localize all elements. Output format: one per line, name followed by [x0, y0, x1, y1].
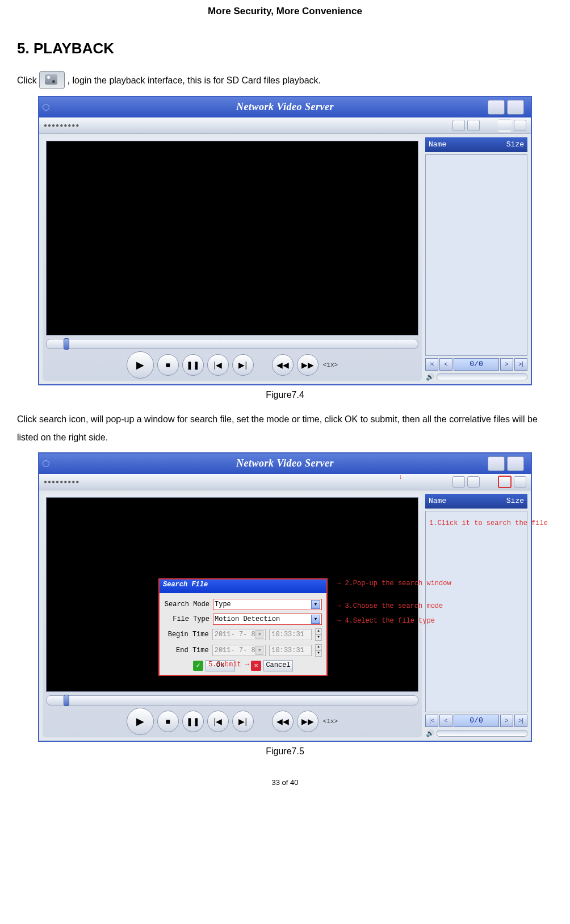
- stop-button-2[interactable]: ■: [157, 711, 179, 732]
- file-list[interactable]: [425, 154, 527, 356]
- pager-count: 0/0: [454, 358, 499, 371]
- player-titlebar-2: Network Video Server: [39, 453, 531, 474]
- label-search-mode: Search Mode: [164, 600, 209, 608]
- label-end-time: End Time: [164, 646, 209, 654]
- file-list-header-2: Name Size: [425, 494, 527, 509]
- file-type-select[interactable]: Motion Detection ▼: [213, 614, 322, 625]
- toolbar-btn-c2[interactable]: [514, 476, 526, 488]
- pager-next[interactable]: >: [500, 358, 513, 371]
- player-title-2: Network Video Server: [236, 457, 334, 469]
- prev-button-2[interactable]: |◀: [207, 711, 229, 732]
- col-size: Size: [506, 140, 524, 149]
- check-icon: ✓: [193, 661, 203, 671]
- title-icon-1[interactable]: [488, 100, 505, 115]
- begin-time-spinner[interactable]: ▲▼: [315, 628, 322, 641]
- pause-button[interactable]: ❚❚: [182, 354, 204, 376]
- toolbar-btn-b[interactable]: [467, 120, 480, 131]
- toolbar-btn-b2[interactable]: [467, 476, 480, 488]
- chevron-down-icon-4: ▼: [255, 646, 263, 655]
- playback-controls: ▶ ■ ❚❚ |◀ ▶| ◀◀ ▶▶ <1x>: [46, 352, 418, 377]
- rewind-button[interactable]: ◀◀: [272, 354, 294, 376]
- annotation-1: 1.Click it to search the file: [429, 519, 548, 527]
- drag-handle-icon-2: ●●●●●●●●●: [44, 478, 79, 485]
- paragraph-2: Click search icon, will pop-up a window …: [17, 410, 553, 447]
- end-time-spinner[interactable]: ▲▼: [315, 644, 322, 657]
- pager-next-2[interactable]: >: [500, 715, 513, 727]
- col-size-2: Size: [506, 497, 524, 505]
- section-title: 5. PLAYBACK: [17, 40, 570, 57]
- next-button[interactable]: ▶|: [232, 354, 254, 376]
- cancel-label: Cancel: [263, 660, 293, 671]
- begin-date-input[interactable]: 2011- 7- 8 ▼: [212, 629, 266, 640]
- file-list-2[interactable]: 1.Click it to search the file: [425, 511, 527, 712]
- toolbar-btn-c[interactable]: [514, 120, 526, 131]
- file-list-header: Name Size: [425, 137, 527, 152]
- toolbar-btn-a[interactable]: [452, 120, 465, 131]
- scrub-bar[interactable]: [46, 339, 418, 349]
- begin-time-input[interactable]: 10:33:31: [269, 629, 312, 640]
- file-type-value: Motion Detection: [215, 615, 280, 623]
- col-name: Name: [429, 140, 506, 149]
- volume-icon[interactable]: 🔊: [425, 373, 434, 381]
- pager-prev-2[interactable]: <: [439, 715, 452, 727]
- figure-caption-2: Figure7.5: [0, 746, 570, 757]
- prev-button[interactable]: |◀: [207, 354, 229, 376]
- search-button-hl[interactable]: [498, 476, 512, 488]
- volume-row: 🔊: [425, 373, 527, 381]
- title-icon-2b[interactable]: [507, 456, 524, 471]
- paragraph-1a: Click: [17, 75, 37, 85]
- label-file-type: File Type: [164, 615, 209, 623]
- player-titlebar: Network Video Server: [39, 97, 531, 117]
- annotation-4: → 4.Select the file type: [337, 617, 435, 625]
- volume-row-2: 🔊: [425, 729, 527, 737]
- rewind-button-2[interactable]: ◀◀: [272, 711, 294, 732]
- paragraph-1b: , login the playback interface, this is …: [68, 75, 321, 85]
- search-button[interactable]: [498, 119, 512, 132]
- play-button[interactable]: ▶: [127, 351, 154, 379]
- player-toolbar: ●●●●●●●●●: [39, 117, 531, 134]
- pager-count-2: 0/0: [454, 715, 499, 727]
- end-date-input[interactable]: 2011- 7- 8 ▼: [212, 645, 266, 656]
- player-window-fig2: Network Video Server ●●●●●●●●● ▶ ■: [38, 452, 532, 742]
- pager-first-2[interactable]: |<: [425, 715, 438, 727]
- pager-2: |< < 0/0 > >|: [425, 715, 527, 727]
- col-name-2: Name: [429, 497, 506, 505]
- search-mode-value: Type: [215, 600, 231, 608]
- forward-button-2[interactable]: ▶▶: [297, 711, 318, 732]
- title-icon-2[interactable]: [507, 100, 524, 115]
- page-number: 33 of 40: [0, 778, 570, 787]
- dialog-title: Search File: [160, 579, 326, 593]
- annotation-3: → 3.Choose the search mode: [337, 602, 443, 610]
- label-begin-time: Begin Time: [164, 631, 209, 639]
- play-button-2[interactable]: ▶: [127, 708, 154, 735]
- scrub-bar-2[interactable]: [46, 695, 418, 705]
- file-list-pane-2: Name Size 1.Click it to search the file …: [425, 494, 527, 737]
- player-toolbar-2: ●●●●●●●●●: [39, 474, 531, 490]
- player-title: Network Video Server: [236, 101, 334, 113]
- volume-icon-2[interactable]: 🔊: [425, 729, 434, 737]
- forward-button[interactable]: ▶▶: [297, 354, 318, 376]
- volume-slider[interactable]: [437, 373, 527, 380]
- pager-last-2[interactable]: >|: [514, 715, 527, 727]
- file-list-pane: Name Size |< < 0/0 > >| 🔊: [425, 137, 527, 381]
- pager-prev[interactable]: <: [439, 358, 452, 371]
- annotation-arrow-down: ↓: [399, 473, 403, 481]
- toolbar-btn-a2[interactable]: [452, 476, 465, 488]
- stop-button[interactable]: ■: [157, 354, 179, 376]
- speed-label-2: <1x>: [323, 718, 338, 725]
- next-button-2[interactable]: ▶|: [232, 711, 254, 732]
- cancel-button[interactable]: ✕ Cancel: [251, 660, 293, 671]
- annotation-5: 5.Submit →: [208, 661, 249, 669]
- end-time-input[interactable]: 10:33:31: [269, 645, 312, 656]
- speed-label: <1x>: [323, 362, 338, 368]
- title-icon-1b[interactable]: [488, 456, 505, 471]
- search-mode-select[interactable]: Type ▼: [213, 599, 322, 610]
- volume-slider-2[interactable]: [437, 730, 527, 737]
- pager: |< < 0/0 > >|: [425, 358, 527, 371]
- chevron-down-icon-2: ▼: [311, 615, 320, 624]
- pager-last[interactable]: >|: [514, 358, 527, 371]
- pager-first[interactable]: |<: [425, 358, 438, 371]
- pause-button-2[interactable]: ❚❚: [182, 711, 204, 732]
- chevron-down-icon-3: ▼: [255, 630, 263, 639]
- video-pane: ▶ ■ ❚❚ |◀ ▶| ◀◀ ▶▶ <1x>: [43, 137, 422, 381]
